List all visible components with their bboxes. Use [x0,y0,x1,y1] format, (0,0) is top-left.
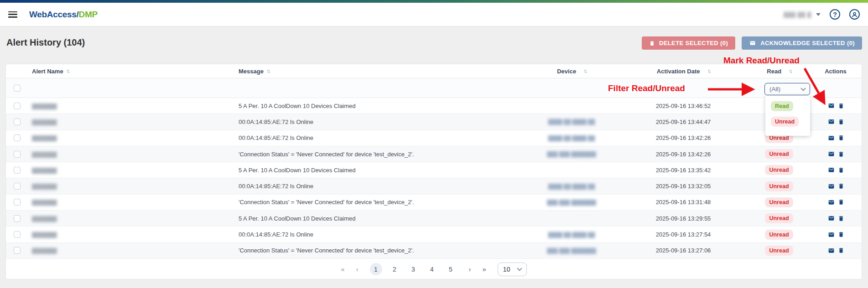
annotation-filter-read-unread: Filter Read/Unread [608,83,685,93]
mail-icon [827,199,835,206]
row-checkbox[interactable] [14,215,21,222]
delete-row-button[interactable] [838,231,844,238]
alert-name-redacted: ███████ [32,135,57,141]
delete-row-button[interactable] [838,167,844,174]
alert-name-redacted: ███████ [32,200,57,205]
delete-row-button[interactable] [838,199,844,206]
activation-date: 2025-09-16 13:42:26 [656,134,711,141]
activation-date: 2025-09-16 13:27:06 [656,247,711,254]
mark-read-button[interactable] [827,247,835,254]
delete-row-button[interactable] [838,118,844,125]
row-checkbox[interactable] [14,151,21,158]
row-checkbox[interactable] [14,134,21,141]
dropdown-option-read[interactable]: Read [771,101,810,111]
read-status-badge: Unread [765,165,793,175]
column-header-activation-date[interactable]: Activation Date ↑↓ [617,68,749,75]
acknowledge-selected-button[interactable]: ACKNOWLEDGE SELECTED (0) [742,36,862,50]
page-button-1[interactable]: 1 [370,263,382,275]
read-status-badge: Unread [765,149,793,159]
table-row: ███████ 00:0A:14:85:AE:72 Is Online ████… [6,114,862,130]
activation-date: 2025-09-16 13:31:48 [656,199,711,206]
trash-icon [838,167,844,174]
message-cell: 00:0A:14:85:AE:72 Is Online [239,118,313,125]
page-button-4[interactable]: 4 [426,263,438,275]
delete-row-button[interactable] [838,151,844,158]
device-name-redacted: ████ ██ ████ ██ [548,184,595,189]
account-button[interactable] [849,9,860,20]
mail-icon [827,118,835,125]
delete-row-button[interactable] [838,103,844,109]
hamburger-menu-button[interactable] [8,11,17,18]
row-checkbox[interactable] [14,231,21,238]
column-header-device[interactable]: Device ↑↓ [526,68,617,75]
delete-selected-button[interactable]: DELETE SELECTED (0) [642,36,735,50]
mark-read-button[interactable] [827,151,835,158]
column-header-actions: Actions [809,68,863,75]
trash-icon [838,103,844,109]
read-status-badge: Unread [765,213,793,223]
page-prev-button[interactable]: ‹ [356,265,358,273]
mark-read-button[interactable] [827,231,835,238]
page-first-button[interactable]: « [341,265,344,273]
mark-read-button[interactable] [827,118,835,125]
help-button[interactable]: ? [830,9,840,20]
alert-name-redacted: ███████ [32,152,57,157]
table-row: ███████ 00:0A:14:85:AE:72 Is Online ████… [6,178,862,194]
column-header-read[interactable]: Read ↑↓ [749,68,809,75]
brand-logo-dmp: DMP [79,10,98,19]
row-checkbox[interactable] [14,118,21,125]
message-cell: 5 A Per. 10 A CoolDown 10 Devices Claime… [239,103,356,109]
alert-name-redacted: ███████ [32,184,57,189]
sort-icon[interactable]: ↑↓ [266,68,269,74]
page-button-2[interactable]: 2 [389,263,401,275]
trash-icon [649,40,655,46]
activation-date: 2025-09-16 13:27:54 [656,231,711,238]
delete-row-button[interactable] [838,247,844,254]
message-cell: 'Connection Status' = 'Never Connected' … [239,151,414,158]
sort-icon[interactable]: ↑↓ [789,68,791,74]
mark-read-button[interactable] [827,167,835,174]
message-cell: 'Connection Status' = 'Never Connected' … [239,247,414,254]
mark-read-button[interactable] [827,134,835,141]
mark-read-button[interactable] [827,199,835,206]
read-status-badge: Unread [765,197,793,207]
mark-read-button[interactable] [827,103,835,109]
alert-history-table: Alert Name↑↓ Message↑↓ Device ↑↓ Activat… [5,64,862,279]
activation-date: 2025-09-16 13:42:26 [656,151,711,158]
delete-row-button[interactable] [838,215,844,222]
mark-read-button[interactable] [827,215,835,222]
message-cell: 00:0A:14:85:AE:72 Is Online [239,134,313,141]
table-row: ███████ 5 A Per. 10 A CoolDown 10 Device… [6,98,862,114]
alert-name-redacted: ███████ [32,232,57,237]
page-button-3[interactable]: 3 [407,263,420,275]
account-menu[interactable]: ███ ██ █ [784,12,821,17]
account-name-redacted: ███ ██ █ [784,12,811,17]
dropdown-option-unread[interactable]: Unread [771,117,810,127]
sort-icon[interactable]: ↑↓ [66,68,69,74]
page-size-select[interactable]: 10 [498,262,527,276]
read-filter-select[interactable]: (All) [764,83,810,95]
row-checkbox[interactable] [14,167,21,174]
row-checkbox[interactable] [14,103,21,109]
row-checkbox[interactable] [14,247,21,254]
select-all-checkbox[interactable] [14,85,21,92]
mail-icon [827,167,835,173]
chevron-down-icon [800,86,806,91]
column-header-message[interactable]: Message↑↓ [234,68,526,75]
trash-icon [838,247,844,254]
mark-read-button[interactable] [827,183,835,190]
page-last-button[interactable]: » [483,265,486,273]
sort-icon[interactable]: ↑↓ [583,68,586,74]
page-button-5[interactable]: 5 [445,263,457,275]
delete-row-button[interactable] [838,183,844,190]
row-checkbox[interactable] [14,199,21,206]
row-checkbox[interactable] [14,183,21,190]
device-name-redacted: ████ ██ ████ ██ [548,232,595,237]
alert-name-redacted: ███████ [32,168,57,173]
page-next-button[interactable]: › [469,265,471,273]
sort-icon[interactable]: ↑↓ [707,68,710,74]
column-header-alert-name[interactable]: Alert Name↑↓ [28,68,234,75]
delete-row-button[interactable] [838,134,844,141]
mail-icon [827,135,835,141]
table-row: ███████ 5 A Per. 10 A CoolDown 10 Device… [6,162,862,178]
